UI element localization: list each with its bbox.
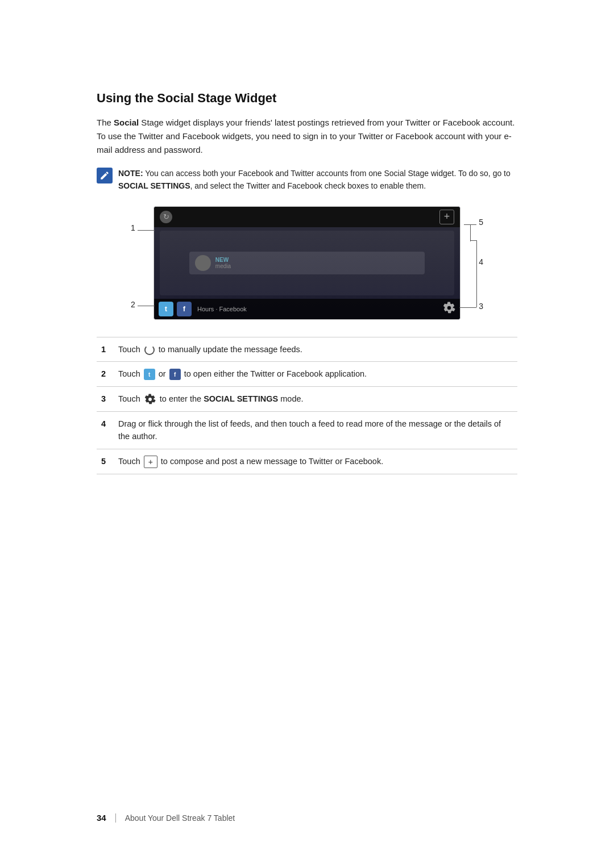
refresh-icon [144, 345, 155, 355]
callout-bracket-right [476, 240, 477, 307]
table-row: 5 Touch + to compose and post a new mess… [97, 449, 517, 474]
twitter-icon-widget: t [159, 302, 173, 316]
widget-top-bar: ↻ + [154, 207, 460, 227]
feed-text-area: NEW media [215, 257, 419, 269]
page-footer: 34 About Your Dell Streak 7 Tablet [97, 813, 517, 823]
intro-paragraph: The Social Stage widget displays your fr… [97, 116, 517, 157]
page-number: 34 [97, 813, 106, 823]
instructions-table: 1 Touch to manually update the message f… [97, 337, 517, 474]
widget-refresh-button: ↻ [160, 211, 172, 223]
instruction-number: 5 [97, 449, 114, 474]
note-box: NOTE: You can access both your Facebook … [97, 167, 517, 193]
table-row: 3 Touch to enter the SOCIAL SETTINGS mod… [97, 386, 517, 411]
diagram-inner: ↻ + NEW media t f [154, 207, 460, 319]
widget-plus-button: + [439, 210, 454, 224]
instruction-description: Touch to manually update the message fee… [114, 337, 517, 361]
callout-2: 2 [131, 300, 135, 309]
callout-bracket-top5 [470, 224, 471, 241]
callout-bracket-top-r [470, 240, 477, 241]
feed-tag: NEW [215, 257, 419, 263]
instruction-description: Drag or flick through the list of feeds,… [114, 411, 517, 449]
feed-item: NEW media [189, 252, 425, 274]
feed-area: NEW media [160, 231, 454, 295]
instruction-description: Touch + to compose and post a new messag… [114, 449, 517, 474]
callout-1: 1 [131, 223, 135, 232]
twitter-icon: t [144, 369, 155, 380]
diagram-wrapper: ↻ + NEW media t f [148, 206, 466, 320]
note-text: NOTE: You can access both your Facebook … [118, 167, 517, 193]
instruction-description: Touch to enter the SOCIAL SETTINGS mode. [114, 386, 517, 411]
widget-diagram: ↻ + NEW media t f [154, 206, 460, 320]
widget-settings-icon [443, 302, 455, 316]
pencil-icon [99, 170, 110, 181]
callout-line-2 [138, 306, 155, 306]
facebook-icon: f [169, 369, 181, 380]
note-icon [97, 168, 113, 183]
table-row: 1 Touch to manually update the message f… [97, 337, 517, 361]
plus-icon: + [144, 456, 157, 468]
instruction-description: Touch t or f to open either the Twitter … [114, 362, 517, 386]
section-title: Using the Social Stage Widget [97, 91, 517, 106]
callout-3: 3 [479, 302, 483, 311]
widget-label-text: Hours · Facebook [197, 306, 247, 312]
widget-bottom-bar: t f Hours · Facebook [154, 299, 460, 319]
settings-icon [144, 393, 156, 406]
instruction-number: 2 [97, 362, 114, 386]
callout-4: 4 [479, 257, 483, 266]
feed-desc: media [215, 263, 419, 269]
feed-avatar [195, 255, 211, 271]
footer-text: About Your Dell Streak 7 Tablet [125, 813, 235, 823]
table-row: 4 Drag or flick through the list of feed… [97, 411, 517, 449]
instruction-number: 1 [97, 337, 114, 361]
callout-line-3 [459, 307, 476, 308]
facebook-icon-widget: f [177, 302, 192, 316]
table-row: 2 Touch t or f to open either the Twitte… [97, 362, 517, 386]
instruction-number: 3 [97, 386, 114, 411]
callout-5: 5 [479, 218, 483, 227]
callout-line-1 [138, 230, 155, 231]
instruction-number: 4 [97, 411, 114, 449]
footer-divider [115, 813, 116, 823]
